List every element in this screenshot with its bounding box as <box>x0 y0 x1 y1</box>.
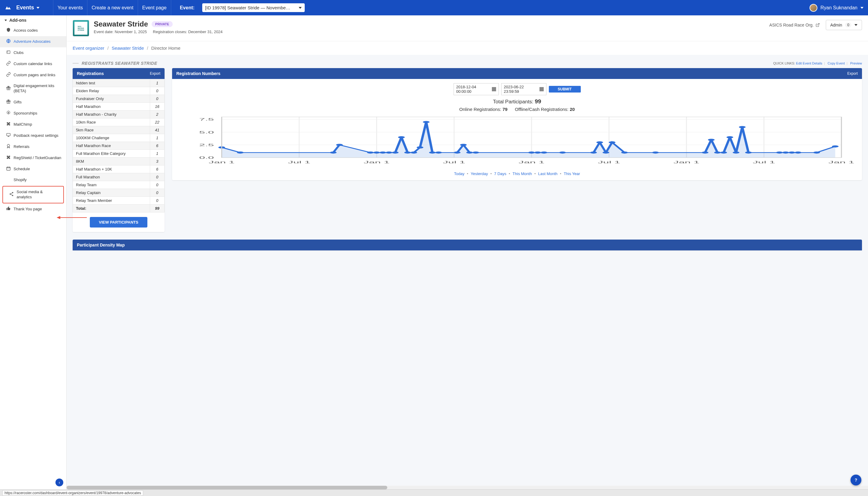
table-row: Full Marathon Elite Category1 <box>73 150 165 158</box>
export-registrations[interactable]: Export <box>150 72 160 76</box>
svg-text:2.5: 2.5 <box>199 143 214 147</box>
svg-point-45 <box>336 144 343 146</box>
sidebar-item-custom-calendar-links[interactable]: Custom calendar links <box>0 59 66 69</box>
online-val: 79 <box>502 107 508 112</box>
nav-create-event[interactable]: Create a new event <box>87 0 138 15</box>
date-from-input[interactable]: 2018-12-04 00:00:00 <box>454 83 499 95</box>
range-7-days[interactable]: 7 Days <box>494 171 506 176</box>
range-last-month[interactable]: Last Month <box>538 171 557 176</box>
table-row: 5km Race41 <box>73 126 165 134</box>
shield-icon <box>6 27 11 34</box>
badge-icon <box>6 144 11 150</box>
table-row: Fundraiser Only0 <box>73 95 165 103</box>
events-dropdown[interactable]: Events <box>16 4 40 11</box>
scrollbar-thumb[interactable] <box>67 486 387 490</box>
svg-point-13 <box>12 195 13 196</box>
sidebar-item-label: Custom pages and links <box>14 73 56 78</box>
crumb-event-organizer[interactable]: Event organizer <box>73 46 104 51</box>
svg-rect-1 <box>7 51 10 53</box>
svg-point-7 <box>8 112 9 113</box>
sidebar-item-sponsorships[interactable]: Sponsorships <box>0 108 66 119</box>
date-from-text: 2018-12-04 00:00:00 <box>456 85 491 94</box>
ql-copy[interactable]: Copy Event <box>827 61 845 65</box>
sidebar-item-digital-engagement-kits-beta-[interactable]: Digital engagement kits (BETA) <box>0 80 66 97</box>
reg-count: 0 <box>150 87 165 95</box>
table-row: Half Marathon - Charity2 <box>73 111 165 119</box>
reg-close: Registration closes: December 31, 2024 <box>153 30 222 34</box>
reg-name: 1000KM Challenge <box>73 134 150 142</box>
sidebar-item-label: Clubs <box>14 50 24 56</box>
admin-dropdown[interactable]: Admin 0 <box>826 20 862 30</box>
event-select[interactable]: [ID 19978] Seawater Stride — Novembe… <box>202 3 305 12</box>
date-to-text: 2023-06-22 23:59:59 <box>504 85 538 94</box>
event-date: Event date: November 1, 2025 <box>94 30 147 34</box>
reg-name: Half Marathon + 10K <box>73 166 150 173</box>
crumb-current: Director Home <box>151 46 181 51</box>
sidebar-item-custom-pages-and-links[interactable]: Custom pages and links <box>0 69 66 81</box>
range-yesterday[interactable]: Yesterday <box>471 171 488 176</box>
reg-count: 22 <box>150 119 165 126</box>
table-row: Full Marathon0 <box>73 173 165 181</box>
reg-count: 99 <box>150 205 165 213</box>
sidebar-item-postback-request-settings[interactable]: Postback request settings <box>0 130 66 141</box>
submit-button[interactable]: SUBMIT <box>549 86 581 93</box>
chevron-down-icon <box>861 7 864 9</box>
table-row: Half Marathon Race6 <box>73 142 165 150</box>
svg-point-54 <box>417 146 423 149</box>
logo-icon <box>4 4 12 12</box>
horizontal-scrollbar[interactable] <box>67 486 868 490</box>
range-this-year[interactable]: This Year <box>563 171 580 176</box>
svg-point-63 <box>534 152 541 154</box>
table-row: 1000KM Challenge1 <box>73 134 165 142</box>
sidebar-item-clubs[interactable]: Clubs <box>0 47 66 59</box>
sidebar-item-label: Referrals <box>14 144 30 150</box>
range-this-month[interactable]: This Month <box>513 171 532 176</box>
range-today[interactable]: Today <box>454 171 464 176</box>
crumb-seawater-stride[interactable]: Seawater Stride <box>112 46 144 51</box>
org-link[interactable]: ASICS Road Race Org. <box>770 22 820 27</box>
table-row: Total:99 <box>73 205 165 213</box>
sidebar-item-referrals[interactable]: Referrals <box>0 141 66 153</box>
svg-point-48 <box>379 152 386 154</box>
svg-point-12 <box>10 193 11 195</box>
table-row: Relay Team Member0 <box>73 197 165 205</box>
help-button[interactable]: ? <box>851 475 862 485</box>
svg-point-60 <box>466 152 473 154</box>
svg-point-50 <box>392 152 399 154</box>
chevron-down-icon <box>4 19 7 21</box>
sidebar-item-thank-you-page[interactable]: Thank You page <box>0 204 66 215</box>
reg-name: Full Marathon <box>73 173 150 181</box>
topbar: Events Your events Create a new event Ev… <box>0 0 868 15</box>
svg-point-74 <box>714 152 720 154</box>
nav-your-events[interactable]: Your events <box>53 0 87 15</box>
sidebar-item-mailchimp[interactable]: MailChimp <box>0 119 66 130</box>
range-links: Today•Yesterday•7 Days•This Month•Last M… <box>172 169 862 180</box>
sidebar-item-gifts[interactable]: Gifts <box>0 97 66 108</box>
sidebar-item-social-media-analytics[interactable]: Social media & analytics <box>3 187 63 203</box>
avatar <box>809 4 817 12</box>
view-participants-button[interactable]: VIEW PARTICIPANTS <box>90 217 148 228</box>
sidebar-item-adventure-advocates[interactable]: Adventure Advocates <box>0 36 66 47</box>
sidebar-item-access-codes[interactable]: Access codes <box>0 25 66 36</box>
user-menu[interactable]: Ryan Suknandan <box>809 4 864 12</box>
reg-name: hidden test <box>73 79 150 87</box>
svg-point-65 <box>559 152 566 154</box>
ql-preview[interactable]: Preview <box>850 61 862 65</box>
export-numbers[interactable]: Export <box>847 72 858 76</box>
sidebar-collapse-button[interactable]: ‹ <box>56 479 63 486</box>
reg-count: 0 <box>150 181 165 189</box>
sidebar-item-schedule[interactable]: Schedule <box>0 164 66 175</box>
nav-event-page[interactable]: Event page <box>138 0 171 15</box>
sidebar-item-regshield-ticketguardian[interactable]: RegShield / TicketGuardian <box>0 153 66 164</box>
table-row: Half Marathon16 <box>73 103 165 111</box>
table-row: Relay Captain0 <box>73 189 165 197</box>
sidebar: Add-ons Access codesAdventure AdvocatesC… <box>0 15 67 490</box>
share-icon <box>9 192 14 198</box>
sidebar-header[interactable]: Add-ons <box>0 15 66 25</box>
reg-count: 0 <box>150 189 165 197</box>
table-row: hidden test1 <box>73 79 165 87</box>
svg-point-75 <box>720 152 727 154</box>
ql-edit[interactable]: Edit Event Details <box>796 61 822 65</box>
date-to-input[interactable]: 2023-06-22 23:59:59 <box>501 83 546 95</box>
sidebar-item-shopify[interactable]: Shopify <box>0 174 66 186</box>
